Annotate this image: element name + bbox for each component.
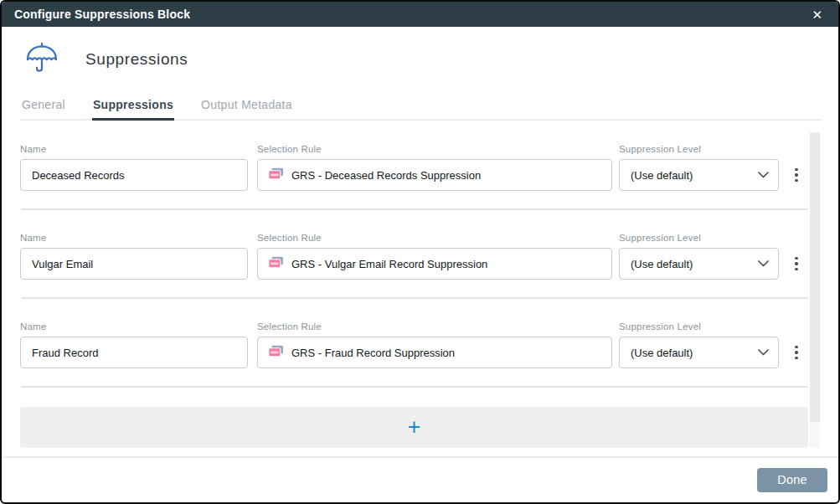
selection-rule-value: GRS - Deceased Records Suppression — [291, 169, 481, 182]
name-label: Name — [20, 233, 248, 243]
name-label: Name — [20, 321, 248, 332]
dialog-title: Configure Suppressions Block — [14, 8, 190, 21]
suppression-level-select[interactable]: (Use default) — [619, 248, 779, 280]
rule-card-icon — [268, 345, 284, 360]
dialog-heading-row: Suppressions — [2, 27, 838, 88]
chevron-down-icon — [758, 172, 769, 178]
suppression-row: Name Selection Rule GRS - Fraud Record S… — [20, 321, 838, 368]
name-input[interactable] — [20, 248, 248, 280]
selection-rule-picker[interactable]: GRS - Deceased Records Suppression — [257, 159, 612, 191]
close-icon[interactable]: ✕ — [808, 7, 826, 23]
plus-icon: + — [408, 416, 421, 439]
suppression-level-value: (Use default) — [631, 347, 693, 359]
row-divider — [21, 208, 808, 210]
suppression-row: Name Selection Rule GRS - Vulgar Email R… — [20, 233, 838, 280]
kebab-menu-icon[interactable] — [792, 159, 801, 191]
scrollbar-thumb[interactable] — [810, 132, 820, 422]
umbrella-icon — [24, 39, 59, 80]
vertical-scrollbar[interactable] — [810, 132, 820, 448]
chevron-down-icon — [758, 260, 769, 267]
suppressions-list: Name Selection Rule GRS - Deceased Recor… — [2, 144, 838, 448]
selection-rule-picker[interactable]: GRS - Fraud Record Suppression — [257, 337, 612, 368]
suppression-row: Name Selection Rule GRS - Deceased Recor… — [20, 144, 838, 191]
tab-general[interactable]: General — [21, 98, 66, 121]
selection-rule-value: GRS - Fraud Record Suppression — [291, 347, 455, 359]
suppression-level-label: Suppression Level — [619, 233, 779, 243]
name-input[interactable] — [20, 337, 248, 368]
selection-rule-label: Selection Rule — [257, 233, 612, 243]
dialog-titlebar: Configure Suppressions Block ✕ — [2, 2, 838, 27]
name-input[interactable] — [20, 159, 248, 191]
page-title: Suppressions — [85, 50, 188, 69]
row-divider — [21, 386, 808, 388]
selection-rule-label: Selection Rule — [257, 321, 612, 332]
chevron-down-icon — [758, 349, 769, 356]
dialog-footer: Done — [2, 458, 838, 492]
suppression-level-label: Suppression Level — [619, 144, 779, 154]
selection-rule-picker[interactable]: GRS - Vulgar Email Record Suppression — [257, 248, 612, 280]
rule-card-icon — [268, 167, 284, 183]
selection-rule-label: Selection Rule — [257, 144, 612, 154]
suppression-level-select[interactable]: (Use default) — [619, 337, 779, 368]
row-divider — [21, 297, 808, 299]
selection-rule-value: GRS - Vulgar Email Record Suppression — [291, 258, 487, 270]
kebab-menu-icon[interactable] — [792, 337, 801, 368]
rule-card-icon — [268, 256, 284, 271]
suppression-level-value: (Use default) — [631, 258, 693, 270]
tab-output-metadata[interactable]: Output Metadata — [200, 98, 293, 121]
add-suppression-button[interactable]: + — [20, 407, 808, 448]
kebab-menu-icon[interactable] — [792, 248, 801, 280]
suppression-level-value: (Use default) — [631, 169, 693, 182]
tab-suppressions[interactable]: Suppressions — [92, 98, 174, 121]
name-label: Name — [20, 144, 248, 154]
suppression-level-select[interactable]: (Use default) — [619, 159, 779, 191]
suppression-level-label: Suppression Level — [619, 321, 779, 332]
tab-bar: General Suppressions Output Metadata — [21, 98, 822, 121]
done-button[interactable]: Done — [757, 468, 827, 492]
configure-suppressions-dialog: Configure Suppressions Block ✕ Suppressi… — [0, 0, 840, 504]
